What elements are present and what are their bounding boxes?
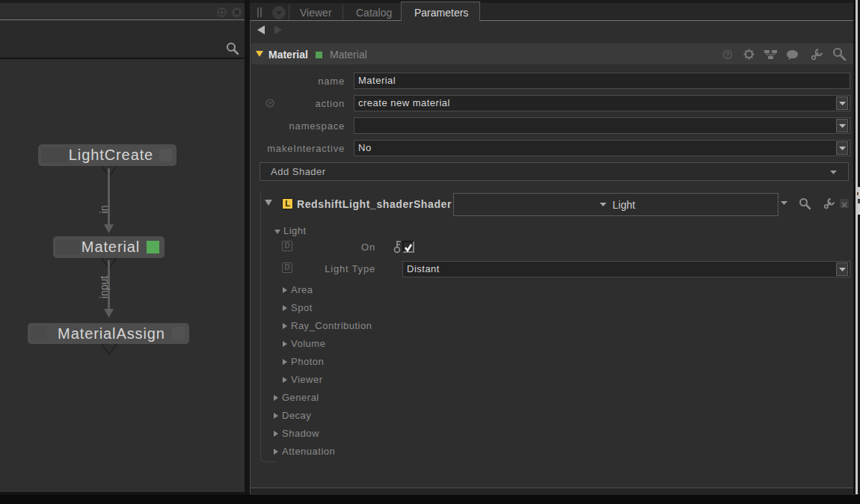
svg-text:?: ? [725,51,730,58]
